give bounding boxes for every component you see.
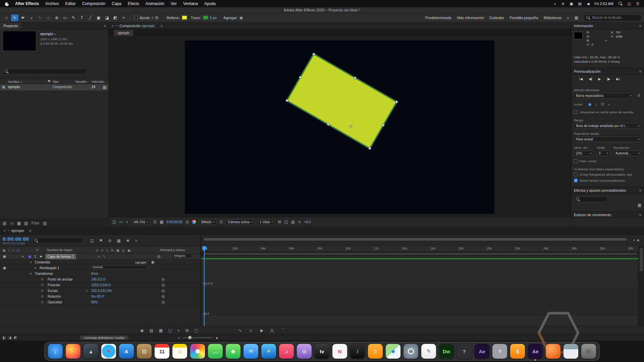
blend-mode-dropdown[interactable]: Normal [91,265,150,269]
linear-keyframe-icon[interactable]: ⋀ [270,328,274,333]
cache-before-play-icon[interactable]: ▹ [608,102,610,106]
menu-item[interactable]: Editar [65,1,75,6]
zoom-in-mountain-icon[interactable]: ▲ [636,238,640,242]
transform-row[interactable]: ▾ Transformar Rest. [0,271,201,277]
property-row[interactable]: ◷ Rotación 0x+30.0° ◎ [0,294,201,299]
menu-item[interactable]: Ventana [183,1,198,6]
zoom-tool-icon[interactable]: ⌕ [28,14,35,21]
wifi-icon[interactable]: ≋ [561,2,565,6]
time-navigator-bar[interactable] [203,238,627,241]
contents-label[interactable]: Contenido [35,259,50,265]
launchpad-icon[interactable]: ▲ [84,344,98,359]
trash-icon[interactable]: ▥ [581,344,596,359]
camera-tool-icon[interactable]: ◎ [45,14,52,21]
snap-magnet-icon[interactable]: ⋃ [168,328,172,333]
layer-row[interactable]: ◉ ▾ 1 ★ Capa de formas 1 ⊙ ╲ ◎ Ninguno [0,254,201,259]
parent-dropdown[interactable]: Ninguno [172,254,195,258]
property-label[interactable]: Punto de anclaje [48,277,73,282]
fit-all-icon[interactable]: ▢ [195,328,198,333]
reset-link[interactable]: Rest. [91,271,99,277]
group-visibility-eye-icon[interactable]: ◉ [3,265,6,271]
graph-editor[interactable]: 81.0 % 80.0 79.0 [201,256,638,326]
type-tool-icon[interactable]: T [78,14,86,21]
snap-grid-icon[interactable]: ⌗ [152,16,154,20]
toggle-switches-modes-button[interactable]: Conmutar definidores / modos [80,336,128,340]
workspace-item[interactable]: Predeterminado [425,16,451,20]
timeline-search[interactable] [32,238,83,243]
handle-bottom-center[interactable] [327,123,330,126]
timeline-vertical-scrollbar[interactable] [638,246,644,326]
property-value[interactable]: 145.0,0.0 [91,277,105,282]
item-name[interactable]: ejemplo [8,85,20,89]
graph-type-icon[interactable]: ▤ [149,328,153,333]
zoom-slider-knob[interactable] [188,336,192,339]
expand-time-controls-icon[interactable]: ◩ [14,336,17,340]
stopwatch-icon[interactable]: ◷ [41,288,44,294]
timeline-zoom-out-icon[interactable]: ▴ [178,337,179,339]
fullscreen-checkbox[interactable] [574,159,578,163]
books-icon[interactable]: ▯ [368,344,383,359]
column-tipo[interactable]: Tipo [53,80,59,83]
maps-icon[interactable]: ◆ [386,344,400,359]
unknown-app-2-icon[interactable]: ? [492,344,507,359]
color-depth-icon[interactable]: ▧ [24,221,28,225]
frame-blend-icon[interactable]: ▦ [117,239,121,243]
stopwatch-icon[interactable]: ◷ [41,277,44,282]
show-transform-box-icon[interactable]: ▦ [159,328,163,333]
column-nombre[interactable]: Nombre ▲ [8,80,22,83]
next-frame-button[interactable]: |▶ [607,77,610,81]
expand-transfer-controls-icon[interactable]: ◨ [8,336,11,340]
add-keyframe-icon[interactable]: ◇ [249,328,252,333]
column-parent-link[interactable]: Principal y enlace [160,248,185,252]
handle-bottom-right[interactable] [368,147,372,150]
mask-visibility-icon[interactable]: ▦ [160,220,163,224]
safari-icon[interactable]: ✦ [101,344,116,359]
rectangle-label[interactable]: Rectángulo 1 [40,265,59,271]
weather-icon[interactable]: ☀ [261,344,276,359]
framerate-dropdown[interactable]: (24) [574,150,593,156]
channel-icon[interactable]: ◐ [126,220,128,224]
keyboard-brightness-icon[interactable]: ▤ [578,2,582,6]
property-row[interactable]: ◷ Escala ∞ 232.0,232.0% ◎ [0,288,201,294]
include-video-icon[interactable]: ◉ [588,102,591,106]
move-time-checkbox[interactable] [574,179,578,182]
volume-icon[interactable]: ◀ [587,2,589,6]
project-comp-name[interactable]: ejemplo ▾ [40,32,73,36]
apple-menu-icon[interactable] [5,2,9,6]
interpret-footage-icon[interactable]: ▤ [3,221,6,225]
add-shape-button-icon[interactable]: ◉ [151,259,154,265]
handle-top-center[interactable] [354,76,357,80]
checkered-transparency-icon[interactable]: ◫ [284,220,288,224]
comp-mini-flowchart-icon[interactable]: ◫ [90,239,94,243]
shortcut-dropdown[interactable]: Barra espaciadora [574,93,634,99]
panel-menu-icon[interactable]: ≡ [639,24,641,28]
preview-title[interactable]: Previsualización [574,69,600,73]
property-label[interactable]: Opacidad [48,299,62,305]
pen-tool-icon[interactable]: ✎ [70,14,77,21]
stroke-width-value[interactable]: 5 px [210,16,217,20]
menu-item[interactable]: Archivo [45,1,59,6]
app-store-icon[interactable]: A [119,344,134,359]
news-icon[interactable]: N [332,344,347,359]
playhead-line[interactable] [204,246,205,326]
effects-search-input[interactable] [581,197,605,201]
stopwatch-icon[interactable]: ◷ [41,282,44,288]
handle-top-left[interactable] [312,53,316,56]
stopwatch-icon[interactable]: ◷ [41,294,44,299]
downloads-icon[interactable]: ↓ [48,344,63,359]
project-search[interactable] [3,69,87,74]
menu-item[interactable]: Capa [112,1,121,6]
photos-icon[interactable] [190,344,205,359]
reset-icon[interactable]: ↺ [637,94,640,98]
home-icon[interactable]: ⌂ [3,14,10,21]
selection-tool-icon[interactable]: ↖ [11,14,18,21]
transform-label[interactable]: Transformar [35,271,53,277]
rotate-tool-icon[interactable]: ↻ [36,14,44,21]
property-value[interactable]: 0x+30.0° [91,294,105,299]
draft-3d-icon[interactable]: ⚑ [99,239,103,243]
current-time-display[interactable]: 0:00:00:00 [166,220,182,224]
hand-tool-icon[interactable]: ☛ [19,14,27,21]
after-effects-alt-icon[interactable]: Ae [475,344,489,359]
effects-search[interactable] [574,196,607,202]
tab-composicion[interactable]: Composición ejemplo [119,24,155,28]
